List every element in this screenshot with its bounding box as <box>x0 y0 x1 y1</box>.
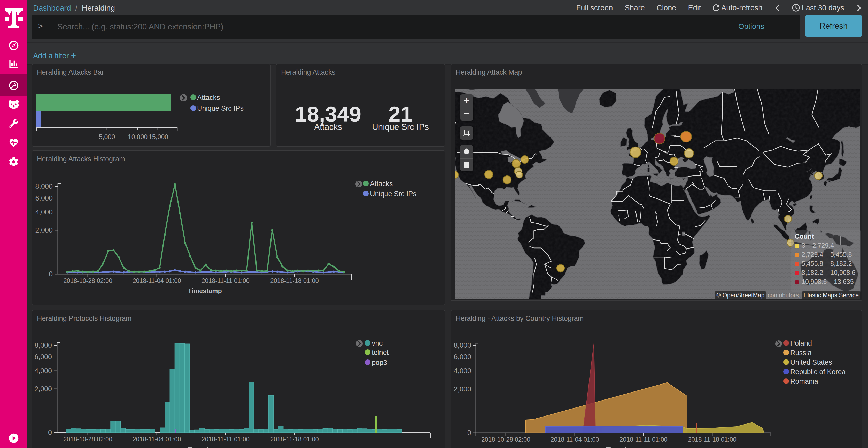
svg-text:Timestamp: Timestamp <box>188 446 222 448</box>
svg-text:Timestamp: Timestamp <box>188 287 222 295</box>
svg-text:telnet: telnet <box>372 349 389 356</box>
svg-text:6,000: 6,000 <box>454 353 471 361</box>
svg-text:Unique Src IPs: Unique Src IPs <box>197 105 244 112</box>
svg-text:Attacks: Attacks <box>370 180 393 187</box>
svg-text:2018-11-18 01:00: 2018-11-18 01:00 <box>270 277 319 284</box>
svg-text:4,000: 4,000 <box>454 367 471 375</box>
svg-text:6,000: 6,000 <box>35 194 53 202</box>
svg-text:0: 0 <box>49 270 53 278</box>
svg-text:2018-11-18 01:00: 2018-11-18 01:00 <box>270 436 319 443</box>
svg-text:2018-11-18 01:00: 2018-11-18 01:00 <box>688 436 737 443</box>
svg-text:2018-11-04 01:00: 2018-11-04 01:00 <box>132 436 181 443</box>
svg-text:15,000: 15,000 <box>149 133 168 140</box>
svg-text:Attacks: Attacks <box>197 94 220 101</box>
svg-text:0: 0 <box>467 429 471 437</box>
svg-text:United States: United States <box>790 358 832 366</box>
svg-text:Romania: Romania <box>790 378 818 385</box>
svg-text:8,000: 8,000 <box>454 341 471 349</box>
svg-text:Russia: Russia <box>790 349 812 357</box>
svg-text:2018-11-11 01:00: 2018-11-11 01:00 <box>202 277 250 284</box>
svg-text:vnc: vnc <box>372 339 382 347</box>
svg-text:4,000: 4,000 <box>35 208 53 216</box>
svg-text:2,000: 2,000 <box>35 226 53 234</box>
svg-text:2018-11-04 01:00: 2018-11-04 01:00 <box>132 277 181 284</box>
svg-text:2018-10-28 02:00: 2018-10-28 02:00 <box>481 436 530 443</box>
svg-text:pop3: pop3 <box>372 359 387 367</box>
svg-text:0: 0 <box>48 428 52 436</box>
svg-text:Poland: Poland <box>790 339 812 347</box>
svg-text:Unique Src IPs: Unique Src IPs <box>370 190 416 198</box>
svg-text:4,000: 4,000 <box>34 367 52 375</box>
svg-text:2018-11-04 01:00: 2018-11-04 01:00 <box>551 436 599 443</box>
svg-text:Republic of Korea: Republic of Korea <box>790 368 846 376</box>
svg-text:2018-10-28 02:00: 2018-10-28 02:00 <box>63 436 113 443</box>
svg-text:8,000: 8,000 <box>34 341 52 349</box>
svg-text:2018-11-11 01:00: 2018-11-11 01:00 <box>619 436 668 443</box>
svg-text:8,000: 8,000 <box>35 182 53 190</box>
svg-text:2,000: 2,000 <box>34 385 52 393</box>
svg-text:Timestamp: Timestamp <box>606 446 640 448</box>
svg-text:2018-10-28 02:00: 2018-10-28 02:00 <box>63 277 113 284</box>
svg-text:5,000: 5,000 <box>99 133 115 140</box>
svg-text:2018-11-11 01:00: 2018-11-11 01:00 <box>202 436 250 443</box>
svg-text:10,000: 10,000 <box>128 133 148 140</box>
svg-text:2,000: 2,000 <box>454 385 471 393</box>
svg-text:6,000: 6,000 <box>34 353 52 361</box>
